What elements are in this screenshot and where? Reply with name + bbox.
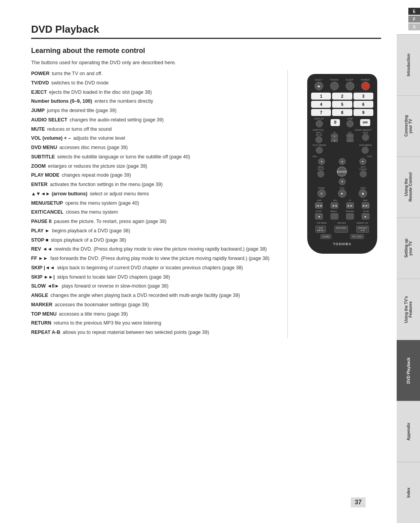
list-item: TV/DVD switches to the DVD mode [31, 79, 272, 87]
input-setup-label: INPUTSETUP [316, 132, 322, 136]
exit-cancel-button[interactable] [360, 170, 367, 177]
sleep-label: SLEEP [346, 79, 353, 81]
item-desc: switches to the DVD mode [51, 79, 108, 87]
enter-button[interactable]: ENTER [337, 167, 347, 177]
sidebar-section-connecting[interactable]: Connectingyour TV [397, 95, 420, 156]
list-item: MARKER accesses the bookmaker settings (… [31, 301, 272, 309]
sidebar-section-setting-up[interactable]: Setting upyour TV [397, 218, 420, 279]
num-6-button[interactable]: 6 [354, 101, 373, 108]
play-button[interactable]: ► [338, 189, 346, 198]
item-desc: jumps the desired title (page 39) [47, 107, 117, 114]
list-item: EXIT/CANCEL closes the menu system [31, 209, 272, 216]
num-7-button[interactable]: 7 [311, 109, 331, 116]
sleep-button[interactable] [346, 82, 354, 90]
menu-setup-button[interactable] [317, 170, 324, 177]
item-desc: returns to the previous MP3 file you wer… [54, 319, 161, 327]
item-desc: rewinds the DVD. (Press during play mode… [54, 246, 267, 253]
vol-up-button[interactable]: + [346, 134, 354, 138]
item-desc: reduces or turns off the sound [47, 126, 112, 133]
list-item: DVD MENU accesses disc menus (page 39) [31, 144, 272, 151]
num-2-button[interactable]: 2 [332, 93, 352, 100]
sidebar-section-remote-control[interactable]: Using theRemote Control [397, 156, 420, 218]
tab-f[interactable]: F [408, 16, 420, 23]
tab-e[interactable]: E [408, 8, 420, 15]
play-mode-button[interactable] [316, 147, 323, 154]
repeat-ab-button[interactable]: REPEATA-B [356, 226, 369, 233]
skip-back-button[interactable]: |◄◄ [315, 202, 323, 209]
slow-right-button[interactable]: ► [362, 213, 369, 219]
remote-container: EJECT TV/DVD SLEEP POWER ⏏ [303, 70, 381, 254]
slow-left-button[interactable]: ◄ [315, 213, 323, 219]
mute-button[interactable] [362, 134, 369, 141]
page-title: DVD Playback [31, 23, 381, 39]
top-menu-button[interactable]: TOPMENU [315, 226, 326, 233]
num-5-button[interactable]: 5 [332, 101, 352, 108]
list-item: AUDIO SELECT changes the audio-related s… [31, 116, 272, 124]
num-0-button[interactable]: 0 [331, 119, 340, 126]
toshiba-logo: TOSHIBA [311, 242, 373, 246]
angle-button[interactable] [331, 213, 338, 219]
item-desc: accesses the bookmaker settings (page 39… [55, 301, 149, 309]
tab-s[interactable]: S [408, 23, 420, 30]
sidebar-section-dvd-playback[interactable]: DVD Playback [397, 340, 420, 401]
pic-size-button[interactable]: PIC SIZE [350, 234, 364, 239]
down-button[interactable]: ▼ [339, 178, 346, 185]
fav-left-button[interactable]: ◄ [318, 158, 325, 165]
item-desc: accesses disc menus (page 39) [60, 144, 128, 151]
main-content: DVD Playback Learning about the remote c… [0, 0, 397, 523]
vol-down-button[interactable]: – [346, 138, 354, 142]
sidebar-section-introduction[interactable]: Introduction [397, 34, 420, 95]
repeat-ab-label: REPEAT A-B [357, 222, 368, 224]
top-menu-label: TOP MENU [317, 222, 327, 224]
num-8-button[interactable]: 8 [332, 109, 352, 116]
sidebar-section-appendix[interactable]: Appendix [397, 401, 420, 462]
fav-right-button[interactable]: ► [359, 158, 366, 165]
power-button[interactable] [361, 82, 370, 90]
ch-down-button[interactable]: ∨ [331, 138, 338, 142]
game-button[interactable]: GAME [320, 234, 331, 239]
skip-fwd-label: SKIP [363, 199, 367, 202]
ff-button[interactable]: ►► [346, 202, 354, 209]
tvdvd-button[interactable] [330, 82, 339, 90]
item-label: SKIP |◄◄ [31, 264, 55, 272]
item-label: TV/DVD [31, 79, 49, 87]
jump-button[interactable] [346, 120, 354, 127]
pause-button[interactable]: II [317, 189, 326, 198]
list-item: SUBTITLE selects the subtitle language o… [31, 153, 272, 161]
marker-button[interactable] [346, 213, 354, 219]
item-label: VOL (volume) + – [31, 135, 71, 142]
item-desc: fast-forwards the DVD. (Press during pla… [51, 255, 270, 262]
skip-fwd-button[interactable]: ►►| [362, 202, 369, 209]
eject-button[interactable]: ⏏ [315, 82, 323, 90]
item-desc: closes the menu system [66, 209, 118, 216]
item-label: PLAY MODE [31, 172, 60, 179]
num-1-button[interactable]: 1 [311, 93, 331, 100]
item-label: REPEAT A-B [31, 329, 60, 336]
item-desc: skips back to beginning of current DVD c… [57, 264, 243, 272]
list-item: REV ◄◄ rewinds the DVD. (Press during pl… [31, 246, 272, 253]
input-setup-button[interactable] [315, 136, 322, 143]
stop-button[interactable]: ■ [359, 189, 367, 198]
list-item: SKIP |◄◄ skips back to beginning of curr… [31, 264, 272, 272]
num-100-button[interactable]: 100 [360, 119, 370, 126]
sidebar-section-tv-features[interactable]: Using the TV'sFeatures [397, 279, 420, 340]
item-label: Number buttons (0–9, 100) [31, 98, 92, 105]
num-4-button[interactable]: 4 [311, 101, 331, 108]
list-item: POWER turns the TV on and off. [31, 70, 272, 77]
list-item: EJECT ejects the DVD loaded in the disc … [31, 89, 272, 96]
exit-cancel-label: EXIT/CANCEL [359, 166, 367, 170]
return-button[interactable]: RETURN [334, 226, 348, 233]
power-label: POWER [361, 79, 370, 81]
item-label: ENTER [31, 181, 47, 188]
up-button[interactable]: ▲ [339, 158, 346, 165]
item-label: SKIP ►►| [31, 274, 55, 281]
jump-label: JUMP [347, 118, 353, 120]
sidebar-section-index[interactable]: Index [397, 462, 420, 523]
display-button[interactable] [316, 120, 323, 127]
num-3-button[interactable]: 3 [354, 93, 373, 100]
dvd-menu-button[interactable] [362, 147, 369, 154]
ff-label: FF [349, 199, 351, 202]
num-9-button[interactable]: 9 [354, 109, 373, 116]
ch-up-button[interactable]: ∧ [331, 134, 338, 138]
rev-button[interactable]: ◄◄ [331, 202, 338, 209]
